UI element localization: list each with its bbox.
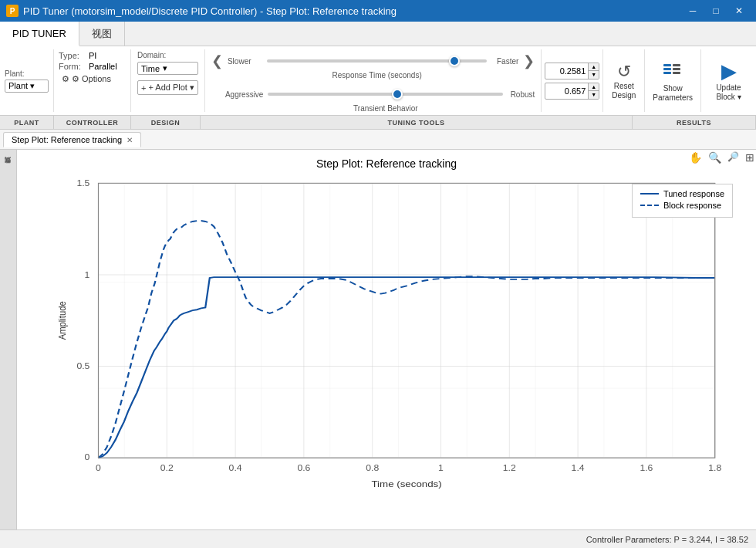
svg-rect-3 [673, 64, 680, 66]
svg-text:Amplitude: Amplitude [56, 301, 68, 340]
update-block-section: ▶ UpdateBlock ▾ [701, 49, 756, 112]
spin-buttons-1: ▲ ▼ [588, 63, 599, 79]
plant-label: Plant: [5, 69, 49, 78]
slower-label: Slower [228, 57, 262, 66]
show-parameters-button[interactable]: ShowParameters [648, 58, 697, 104]
transient-input[interactable]: 0.657 ▲ ▼ [545, 83, 599, 100]
title-bar-left: P PID Tuner (motorsim_model/Discrete PID… [6, 5, 397, 17]
svg-text:0.8: 0.8 [366, 464, 379, 472]
zoom-in-button[interactable]: 🔍 [707, 150, 723, 165]
tab-close-button[interactable]: ✕ [127, 136, 133, 144]
show-params-label: ShowParameters [653, 84, 693, 103]
svg-text:1: 1 [438, 464, 444, 472]
minimize-button[interactable]: ─ [682, 3, 704, 19]
slider1-track [267, 59, 487, 63]
update-block-label: UpdateBlock ▾ [716, 83, 741, 102]
svg-text:0: 0 [96, 464, 101, 472]
response-time-value[interactable]: 0.2581 [545, 66, 588, 76]
tuned-label: Tuned response [663, 189, 724, 198]
tuning-section-label: TUNING TOOLS [201, 116, 633, 129]
block-line-icon [640, 205, 659, 206]
left-arrow[interactable]: ❮ [211, 52, 223, 69]
gear-icon: ⚙ [62, 74, 69, 84]
transient-thumb[interactable] [392, 89, 403, 100]
svg-text:1.4: 1.4 [572, 464, 585, 472]
legend-tuned: Tuned response [640, 189, 724, 198]
aggressive-label: Aggressive [225, 90, 263, 99]
data-cursor-button[interactable]: ⊞ [744, 150, 756, 165]
status-bar: Controller Parameters: P = 3.244, I = 38… [0, 529, 756, 548]
transient-value[interactable]: 0.657 [545, 86, 588, 96]
reset-label: ResetDesign [612, 82, 636, 100]
robust-label: Robust [508, 90, 535, 99]
sidebar-button-1[interactable]: 数据浏览 [2, 153, 15, 184]
title-bar: P PID Tuner (motorsim_model/Discrete PID… [0, 0, 756, 22]
maximize-button[interactable]: □ [705, 3, 727, 19]
plot-tools: ✋ 🔍 🔎 ⊞ [687, 150, 756, 165]
response-time-center-label: Response Time (seconds) [267, 71, 487, 79]
spin-up-1[interactable]: ▲ [588, 63, 599, 71]
svg-text:0.2: 0.2 [160, 464, 174, 472]
svg-rect-1 [663, 68, 671, 70]
tab-pid-tuner[interactable]: PID TUNER [0, 22, 79, 46]
pan-tool-button[interactable]: ✋ [687, 150, 704, 165]
add-plot-button[interactable]: + + Add Plot ▾ [137, 80, 198, 95]
legend-block: Block response [640, 201, 724, 210]
svg-rect-2 [663, 72, 671, 74]
svg-text:1: 1 [85, 271, 90, 279]
transient-behavior-row: Aggressive Transient Behavior Robust [211, 86, 535, 102]
spin-down-2[interactable]: ▼ [588, 91, 599, 99]
tab-view[interactable]: 视图 [79, 22, 125, 46]
status-text: Controller Parameters: P = 3.244, I = 38… [586, 535, 748, 544]
domain-label: Domain: [137, 51, 198, 59]
svg-rect-5 [673, 72, 680, 74]
transient-slider-container: Transient Behavior [268, 86, 503, 102]
results-section-label: RESULTS [633, 116, 756, 129]
reset-design-button[interactable]: ↺ ResetDesign [606, 60, 641, 102]
close-button[interactable]: ✕ [728, 3, 750, 19]
chart-svg: 1.5 1 0.5 0 0 0.2 0.4 0.6 0.8 1 1.2 1.4 … [56, 176, 741, 494]
update-block-button[interactable]: ▶ UpdateBlock ▾ [707, 58, 750, 103]
svg-text:Time (seconds): Time (seconds) [371, 479, 441, 489]
spin-up-2[interactable]: ▲ [588, 83, 599, 91]
options-button[interactable]: ⚙ ⚙ Options [59, 73, 126, 86]
design-section-label: DESIGN [131, 116, 201, 129]
numeric-inputs: 0.2581 ▲ ▼ 0.657 ▲ ▼ [542, 49, 603, 112]
toolbar: PID TUNER 视图 [0, 22, 756, 46]
reset-icon: ↺ [617, 62, 631, 82]
right-arrow[interactable]: ❯ [523, 52, 535, 69]
faster-label: Faster [491, 57, 518, 66]
zoom-out-button[interactable]: 🔎 [726, 150, 741, 165]
spin-down-1[interactable]: ▼ [588, 71, 599, 79]
domain-dropdown[interactable]: Time ▾ [137, 62, 198, 75]
svg-rect-4 [673, 68, 680, 70]
tuning-tools-section: ❮ Slower Response Time (seconds) Faster … [205, 49, 542, 112]
response-time-input[interactable]: 0.2581 ▲ ▼ [545, 63, 599, 79]
form-row: Form: Parallel [59, 62, 126, 71]
plant-dropdown[interactable]: Plant ▾ [5, 79, 49, 93]
show-params-section: ShowParameters [645, 49, 701, 112]
plant-section: Plant: Plant ▾ [0, 49, 54, 112]
show-params-icon [660, 59, 685, 84]
design-section: Domain: Time ▾ + + Add Plot ▾ [131, 49, 205, 112]
svg-text:0.5: 0.5 [76, 362, 89, 370]
title-bar-controls: ─ □ ✕ [682, 3, 750, 19]
svg-text:1.6: 1.6 [640, 464, 653, 472]
response-time-thumb[interactable] [449, 56, 460, 66]
controller-section: Type: PI Form: Parallel ⚙ ⚙ Options [54, 49, 131, 112]
svg-text:1.5: 1.5 [76, 179, 89, 188]
plant-section-label: PLANT [0, 116, 54, 129]
plot-title: Step Plot: Reference tracking [25, 157, 748, 170]
transient-center-label: Transient Behavior [268, 104, 503, 113]
play-icon: ▶ [721, 59, 737, 83]
svg-rect-7 [99, 183, 715, 458]
slider2-track [268, 93, 503, 96]
spin-buttons-2: ▲ ▼ [588, 83, 599, 99]
ribbon: Plant: Plant ▾ Type: PI Form: Parallel ⚙… [0, 46, 756, 116]
plot-tab-label: Step Plot: Reference tracking [12, 135, 122, 144]
tab-bar: Step Plot: Reference tracking ✕ [0, 130, 756, 150]
svg-text:1.8: 1.8 [708, 464, 721, 472]
plot-tab[interactable]: Step Plot: Reference tracking ✕ [3, 132, 141, 147]
plot-legend: Tuned response Block response [632, 184, 733, 218]
tuned-line-icon [640, 193, 659, 195]
